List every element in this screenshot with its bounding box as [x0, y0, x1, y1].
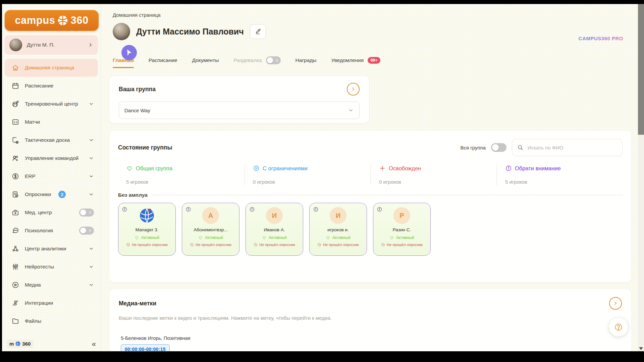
- sidebar-item-training-center[interactable]: Тренировочный центр: [5, 95, 98, 113]
- tab-awards[interactable]: Награды: [296, 54, 317, 68]
- sidebar-collapse-button[interactable]: «: [92, 341, 96, 348]
- ban-icon: [254, 243, 258, 247]
- nav-icon: [11, 154, 19, 162]
- sidebar-item-med-center[interactable]: Мед. центр: [5, 203, 98, 222]
- stat-icon: [379, 165, 386, 172]
- group-state-title: Состояние группы: [118, 144, 172, 151]
- nav-label: Центр аналитики: [25, 246, 66, 252]
- player-card-ivanov[interactable]: И Иванов А. Активный Не прошёл опросник: [246, 203, 303, 256]
- info-icon[interactable]: [122, 206, 127, 212]
- mini-logo-m: m: [9, 341, 14, 347]
- tab-home[interactable]: Главная: [113, 54, 134, 68]
- toggle-knob: [80, 209, 86, 216]
- media-tag-time-chip[interactable]: 00:00:00-00:00:15: [121, 344, 170, 351]
- your-group-open-button[interactable]: [347, 83, 360, 96]
- info-icon[interactable]: [377, 206, 382, 212]
- chevron-down-icon: [89, 192, 94, 197]
- nav-label: Тактическая доска: [25, 137, 70, 143]
- info-icon[interactable]: [249, 206, 255, 212]
- sidebar-item-team-management[interactable]: Управление командой: [5, 149, 98, 167]
- search-box: [512, 139, 623, 156]
- chevron-right-icon: [88, 42, 93, 48]
- nav-label: Домашняя страница: [25, 65, 74, 71]
- player-card-abonement[interactable]: А Абонементвзр... Активный Не прошёл опр…: [182, 203, 239, 256]
- edit-profile-button[interactable]: [250, 24, 266, 39]
- help-button[interactable]: [609, 318, 628, 337]
- sidebar-item-analytics-center[interactable]: Центр аналитики: [5, 240, 98, 258]
- mini-globe-icon: [15, 341, 21, 347]
- player-avatar: А: [202, 207, 219, 224]
- chevron-down-icon: [89, 156, 94, 161]
- sidebar-item-psychology[interactable]: Психология: [5, 222, 98, 240]
- nav-label: Файлы: [25, 318, 41, 324]
- sidebar-item-surveys[interactable]: Опросники 2: [5, 185, 98, 203]
- tab-schedule[interactable]: Расписание: [149, 54, 177, 68]
- lock-icon: [88, 210, 93, 215]
- nav-icon: [11, 227, 19, 235]
- info-icon[interactable]: [185, 206, 191, 212]
- chevron-down-icon: [89, 137, 94, 143]
- group-stats: Общая группа 5 игроков С ограничениями 0…: [118, 165, 623, 185]
- toggle-knob: [80, 228, 86, 234]
- group-state-card: Состояние группы Вся группа Общая группа: [109, 131, 631, 282]
- toggle-knob: [492, 144, 499, 151]
- your-group-title: Ваша группа: [119, 86, 156, 93]
- sidebar-item-home[interactable]: Домашняя страница: [5, 59, 98, 77]
- scrollbar-thumb[interactable]: [638, 4, 644, 135]
- lock-toggle[interactable]: [79, 208, 94, 217]
- user-name: Дутти М. П.: [27, 42, 83, 48]
- sidebar-item-matches[interactable]: 1:1 Матчи: [5, 113, 98, 131]
- lock-toggle[interactable]: [266, 56, 281, 64]
- mini-logo: m 360: [7, 340, 33, 348]
- heart-icon: [326, 235, 330, 240]
- tab-locker-room[interactable]: Раздевалка: [233, 53, 280, 69]
- sidebar-item-schedule[interactable]: Расписание: [5, 77, 98, 95]
- player-name: Абонементвзр...: [182, 227, 239, 232]
- tab-notifications[interactable]: Уведомления 99+: [331, 54, 380, 68]
- pro-plan-label: CAMPUS360 PRO: [579, 36, 623, 41]
- player-warning: Не прошёл опросник: [118, 243, 175, 247]
- search-input[interactable]: [527, 144, 618, 151]
- lock-toggle[interactable]: [79, 227, 94, 235]
- stat-count: 5 игроков: [505, 179, 623, 185]
- sidebar-user-card[interactable]: Дутти М. П.: [5, 35, 98, 55]
- nav-label: Психология: [25, 228, 53, 234]
- chevron-down-icon: [89, 282, 94, 288]
- chevron-down-icon: [89, 101, 94, 107]
- chevron-down-icon: [348, 107, 354, 113]
- all-group-toggle[interactable]: [491, 143, 506, 152]
- logo-text: campus: [15, 14, 55, 26]
- stat-label: Освобожден: [379, 165, 496, 172]
- sidebar-item-erp[interactable]: ERP: [5, 167, 98, 185]
- player-status: Активный: [310, 235, 367, 240]
- player-card-manager-3[interactable]: Manager 3. Активный Не прошёл опросник: [118, 203, 176, 256]
- heart-icon: [135, 235, 139, 240]
- media-tags-open-button[interactable]: [609, 297, 622, 310]
- nav-icon: [11, 245, 19, 253]
- tab-documents[interactable]: Документы: [192, 54, 219, 68]
- nav-icon: [11, 208, 19, 217]
- scrollbar-down-arrow[interactable]: [639, 347, 643, 350]
- profile-tabs: Главная Расписание Документы: [113, 53, 380, 69]
- ban-icon: [317, 243, 321, 247]
- sidebar-item-media[interactable]: Медиа: [5, 276, 98, 294]
- player-name: Разин С.: [373, 227, 430, 232]
- stat-general: Общая группа 5 игроков: [118, 165, 244, 185]
- vertical-scrollbar[interactable]: [638, 4, 644, 351]
- profile-header: Дутти Массимо Павлович: [113, 23, 266, 40]
- player-card-igrokov[interactable]: И игроков и. Активный Не прошёл опросник: [309, 203, 367, 256]
- group-select[interactable]: Dance Way: [119, 102, 360, 119]
- player-warning: Не прошёл опросник: [182, 243, 239, 247]
- sidebar-item-files[interactable]: Файлы: [5, 312, 98, 330]
- sidebar-item-neurotests[interactable]: Нейротесты: [5, 258, 98, 276]
- nav-icon: [11, 281, 19, 289]
- info-icon[interactable]: [313, 206, 319, 212]
- chevron-down-icon: [89, 246, 94, 251]
- subsection-header: Без амплуа: [118, 192, 623, 198]
- sidebar-item-integrations[interactable]: Интеграции: [5, 294, 98, 312]
- sidebar-item-tactics-board[interactable]: Тактическая доска: [5, 131, 98, 149]
- player-card-razin[interactable]: Р Разин С. Активный Не прошёл опросник: [373, 203, 431, 256]
- player-status: Активный: [246, 235, 303, 240]
- user-avatar: [9, 39, 22, 51]
- player-warning: Не прошёл опросник: [373, 243, 430, 247]
